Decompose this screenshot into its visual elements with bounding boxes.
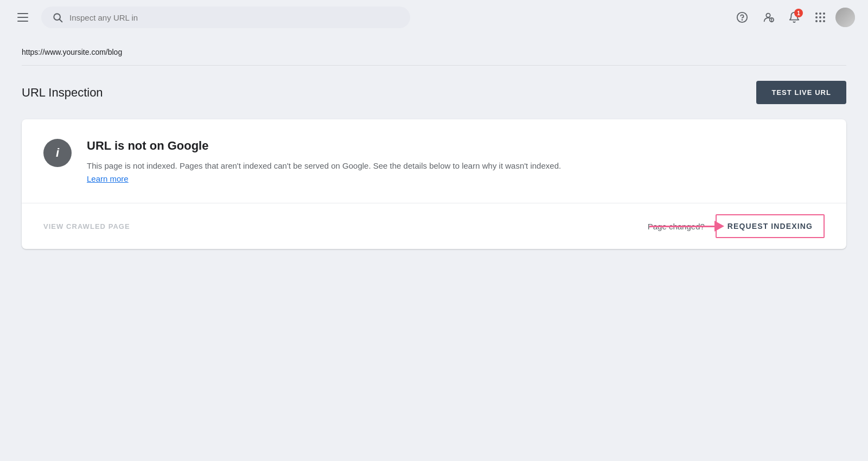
search-bar[interactable] — [41, 7, 410, 28]
request-indexing-button[interactable]: REQUEST INDEXING — [716, 214, 825, 238]
divider — [22, 65, 846, 66]
help-icon — [736, 11, 748, 23]
arrow-annotation — [649, 221, 724, 232]
view-crawled-page-button[interactable]: VIEW CRAWLED PAGE — [43, 222, 130, 230]
card-heading: URL is not on Google — [87, 139, 575, 153]
url-breadcrumb: https://www.yoursite.com/blog — [22, 48, 846, 56]
search-input[interactable] — [69, 13, 399, 22]
main-content: https://www.yoursite.com/blog URL Inspec… — [0, 35, 868, 262]
search-icon — [52, 12, 63, 23]
url-inspection-card: i URL is not on Google This page is not … — [22, 119, 846, 249]
section-header: URL Inspection TEST LIVE URL — [22, 81, 846, 104]
card-content: URL is not on Google This page is not in… — [87, 139, 575, 185]
avatar[interactable] — [835, 8, 855, 27]
svg-point-4 — [766, 14, 770, 17]
header: 1 — [0, 0, 868, 35]
test-live-url-button[interactable]: TEST LIVE URL — [756, 81, 846, 104]
learn-more-link[interactable]: Learn more — [87, 174, 129, 183]
hamburger-menu-button[interactable] — [13, 9, 33, 26]
svg-line-1 — [60, 20, 62, 22]
notifications-button[interactable]: 1 — [783, 7, 805, 28]
card-body: i URL is not on Google This page is not … — [22, 119, 846, 203]
info-icon: i — [43, 139, 72, 167]
header-actions: 1 — [731, 7, 855, 28]
grid-icon — [815, 12, 825, 22]
card-footer: VIEW CRAWLED PAGE Page changed? REQUEST … — [22, 203, 846, 249]
account-settings-button[interactable] — [757, 7, 779, 28]
inspected-url: https://www.yoursite.com/blog — [22, 48, 122, 56]
help-button[interactable] — [731, 7, 753, 28]
arrow-line — [649, 226, 714, 227]
svg-point-3 — [742, 20, 743, 20]
card-description: This page is not indexed. Pages that are… — [87, 159, 575, 185]
section-title: URL Inspection — [22, 86, 103, 100]
notification-badge: 1 — [794, 9, 803, 17]
arrow-head — [714, 221, 724, 232]
info-icon-label: i — [56, 146, 59, 160]
footer-right-actions: Page changed? REQUEST INDEXING — [648, 214, 825, 238]
avatar-image — [835, 8, 855, 27]
apps-button[interactable] — [809, 7, 831, 28]
account-settings-icon — [762, 11, 774, 23]
